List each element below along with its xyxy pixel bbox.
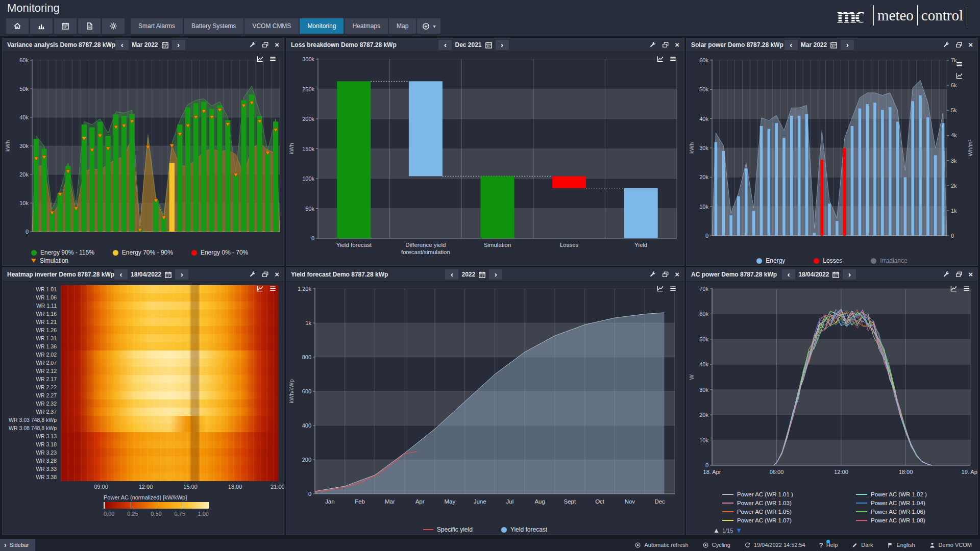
heatmap-row-cells[interactable] bbox=[61, 293, 279, 302]
legend-item[interactable]: Power AC (WR 1.03) bbox=[722, 499, 856, 507]
close-icon[interactable]: × bbox=[968, 41, 973, 48]
chart-menu-icon[interactable] bbox=[669, 55, 677, 63]
heatmap-row-cells[interactable] bbox=[61, 359, 279, 367]
last-refresh-timestamp[interactable]: 19/04/2022 14:52:54 bbox=[744, 542, 805, 548]
wrench-icon[interactable] bbox=[649, 41, 656, 48]
legend-item[interactable]: Power AC (WR 1.08) bbox=[856, 516, 978, 524]
close-icon[interactable]: × bbox=[675, 271, 679, 278]
chart-type-icon[interactable] bbox=[656, 55, 664, 63]
legend-item[interactable]: Energy 0% - 70% bbox=[191, 249, 248, 256]
chart-menu-icon[interactable] bbox=[269, 55, 277, 63]
wrench-icon[interactable] bbox=[943, 41, 950, 48]
calendar-icon[interactable] bbox=[832, 271, 840, 279]
chart-type-icon[interactable] bbox=[950, 285, 958, 292]
calendar-button[interactable] bbox=[54, 18, 77, 34]
chart-menu-icon[interactable] bbox=[955, 60, 963, 68]
heatmap-row-cells[interactable] bbox=[61, 302, 279, 310]
documents-button[interactable] bbox=[78, 18, 101, 34]
next-period-button[interactable]: › bbox=[172, 40, 185, 50]
legend-item[interactable]: Irradiance bbox=[871, 257, 907, 264]
heatmap-row-cells[interactable] bbox=[61, 457, 279, 465]
close-icon[interactable]: × bbox=[275, 271, 279, 278]
pager-up-icon[interactable]: ▲ bbox=[713, 527, 720, 534]
tab-battery-systems[interactable]: Battery Systems bbox=[184, 18, 243, 34]
chart-menu-icon[interactable] bbox=[669, 285, 677, 292]
legend-item[interactable]: Power AC (WR 1.07) bbox=[722, 516, 856, 524]
legend-item[interactable]: Energy bbox=[756, 257, 785, 264]
tab-vcom-cmms[interactable]: VCOM CMMS bbox=[244, 18, 299, 34]
add-tab-button[interactable]: ▾ bbox=[417, 18, 440, 34]
reports-chart-button[interactable] bbox=[30, 18, 53, 34]
help-button[interactable]: ? Help bbox=[819, 541, 838, 549]
wrench-icon[interactable] bbox=[943, 271, 950, 278]
prev-period-button[interactable]: ‹ bbox=[445, 269, 458, 280]
legend-item[interactable]: Power AC (WR 1.01 ) bbox=[722, 490, 856, 498]
tab-map[interactable]: Map bbox=[389, 18, 416, 34]
heatmap-row-cells[interactable] bbox=[61, 326, 279, 334]
close-icon[interactable]: × bbox=[675, 41, 679, 48]
next-period-button[interactable]: › bbox=[489, 269, 502, 280]
settings-button[interactable] bbox=[102, 18, 125, 34]
heatmap-row-cells[interactable] bbox=[61, 440, 279, 448]
popout-icon[interactable] bbox=[955, 271, 963, 278]
heatmap-row-cells[interactable] bbox=[61, 424, 279, 432]
heatmap-row-cells[interactable] bbox=[61, 367, 279, 375]
wrench-icon[interactable] bbox=[249, 41, 256, 48]
theme-toggle[interactable]: Dark bbox=[851, 542, 873, 548]
calendar-icon[interactable] bbox=[830, 41, 838, 49]
heatmap-row-cells[interactable] bbox=[61, 399, 279, 408]
user-menu[interactable]: Demo VCOM bbox=[929, 542, 972, 548]
legend-item[interactable]: Energy 70% - 90% bbox=[113, 249, 173, 256]
heatmap-row-cells[interactable] bbox=[61, 408, 279, 416]
wrench-icon[interactable] bbox=[649, 271, 656, 278]
chart-type-icon[interactable] bbox=[256, 55, 264, 63]
heatmap-row-cells[interactable] bbox=[61, 342, 279, 350]
legend-item[interactable]: Specific yield bbox=[423, 526, 473, 533]
legend-item[interactable]: Power AC (WR 1.04) bbox=[856, 499, 978, 507]
legend-item[interactable]: Power AC (WR 1.06) bbox=[856, 508, 978, 516]
chart-type-icon[interactable] bbox=[256, 285, 264, 292]
heatmap-row-cells[interactable] bbox=[61, 391, 279, 399]
language-selector[interactable]: English bbox=[887, 542, 915, 548]
legend-item[interactable]: Losses bbox=[814, 257, 842, 264]
heatmap-row-cells[interactable] bbox=[61, 448, 279, 457]
heatmap-row-cells[interactable] bbox=[61, 318, 279, 326]
heatmap-row-cells[interactable] bbox=[61, 465, 279, 473]
wrench-icon[interactable] bbox=[249, 271, 256, 278]
heatmap-row-cells[interactable] bbox=[61, 310, 279, 318]
legend-item[interactable]: Power AC (WR 1.05) bbox=[722, 508, 856, 516]
heatmap-row-cells[interactable] bbox=[61, 416, 279, 424]
chart-type-icon[interactable] bbox=[955, 72, 963, 80]
popout-icon[interactable] bbox=[262, 271, 269, 278]
prev-period-button[interactable]: ‹ bbox=[782, 269, 795, 280]
prev-period-button[interactable]: ‹ bbox=[115, 40, 129, 50]
prev-period-button[interactable]: ‹ bbox=[114, 269, 128, 280]
pager-down-icon[interactable]: ▼ bbox=[736, 527, 742, 534]
heatmap-row-cells[interactable] bbox=[61, 334, 279, 342]
next-period-button[interactable]: › bbox=[843, 269, 856, 280]
prev-period-button[interactable]: ‹ bbox=[785, 40, 798, 50]
heatmap-row-cells[interactable] bbox=[61, 285, 279, 293]
popout-icon[interactable] bbox=[662, 41, 669, 48]
calendar-icon[interactable] bbox=[485, 41, 493, 49]
prev-period-button[interactable]: ‹ bbox=[438, 40, 452, 50]
heatmap-row-cells[interactable] bbox=[61, 432, 279, 440]
legend-item[interactable]: Energy 90% - 115% bbox=[31, 249, 94, 256]
next-period-button[interactable]: › bbox=[496, 40, 509, 50]
next-period-button[interactable]: › bbox=[841, 40, 854, 50]
cycling-toggle[interactable]: Cycling bbox=[702, 542, 730, 548]
sidebar-toggle[interactable]: › Sidebar bbox=[0, 539, 35, 551]
popout-icon[interactable] bbox=[955, 41, 963, 48]
popout-icon[interactable] bbox=[662, 271, 669, 278]
next-period-button[interactable]: › bbox=[175, 269, 188, 280]
heatmap-row-cells[interactable] bbox=[61, 350, 279, 359]
close-icon[interactable]: × bbox=[968, 271, 973, 278]
chart-type-icon[interactable] bbox=[656, 285, 664, 292]
tab-smart-alarms[interactable]: Smart Alarms bbox=[131, 18, 183, 34]
chart-menu-icon[interactable] bbox=[269, 285, 277, 292]
calendar-icon[interactable] bbox=[478, 271, 486, 279]
heatmap-row-cells[interactable] bbox=[61, 375, 279, 383]
tab-monitoring[interactable]: Monitoring bbox=[300, 18, 344, 34]
legend-item[interactable]: Simulation bbox=[31, 257, 68, 264]
calendar-icon[interactable] bbox=[164, 271, 172, 279]
